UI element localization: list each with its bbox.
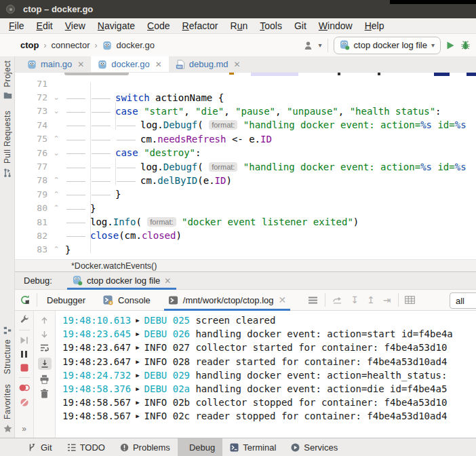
toolwindow-button-services[interactable]: Services bbox=[283, 438, 345, 456]
breadcrumb-item[interactable]: docker.go bbox=[117, 40, 155, 50]
code-editor[interactable]: 7172⌄switch actionName {73⌄case "start",… bbox=[15, 73, 476, 259]
code-line[interactable]: 78⌃cm.delByID(e.ID) bbox=[15, 174, 476, 187]
print-icon[interactable] bbox=[39, 375, 49, 384]
code-line[interactable]: 77log.Debugf( format: "handling docker e… bbox=[15, 159, 476, 173]
code-token: id= bbox=[432, 119, 455, 130]
menu-item-git[interactable]: Git bbox=[288, 20, 313, 31]
clear-all-icon[interactable] bbox=[40, 389, 49, 398]
code-token: (e. bbox=[197, 175, 214, 186]
down-icon[interactable] bbox=[40, 330, 49, 339]
settings-icon[interactable] bbox=[20, 315, 29, 324]
mute-breakpoints-icon[interactable] bbox=[20, 398, 29, 407]
log-filter-select[interactable]: all bbox=[450, 292, 476, 309]
debug-session-tab[interactable]: ctop docker log file ✕ bbox=[67, 272, 176, 289]
rerun-button[interactable] bbox=[20, 294, 31, 305]
more-icon[interactable]: » bbox=[22, 424, 26, 434]
code-token: ID bbox=[260, 134, 272, 145]
user-icon[interactable] bbox=[303, 41, 313, 50]
menu-item-navigate[interactable]: Navigate bbox=[92, 20, 141, 31]
sidebar-item-project[interactable]: Project bbox=[0, 60, 15, 99]
stop-icon[interactable] bbox=[20, 364, 28, 372]
code-token: log. bbox=[90, 216, 113, 227]
up-icon[interactable] bbox=[40, 316, 49, 325]
debug-tab--mnt-work-ctop-ctop-log[interactable]: /mnt/work/ctop/ctop.log✕ bbox=[164, 290, 290, 310]
code-line[interactable]: 82close(cm.closed) bbox=[15, 229, 476, 242]
fold-down-icon[interactable]: ⌄ bbox=[47, 107, 65, 115]
soft-wrap-icon[interactable] bbox=[39, 343, 49, 353]
breadcrumb-item[interactable]: ctop bbox=[20, 40, 39, 50]
menu-item-code[interactable]: Code bbox=[141, 20, 176, 31]
view-breakpoints-icon[interactable] bbox=[19, 383, 30, 392]
pause-icon[interactable] bbox=[20, 350, 28, 358]
toolwindow-button-git[interactable]: Git bbox=[20, 438, 60, 456]
line-number: 80 bbox=[15, 203, 47, 213]
menu-item-edit[interactable]: Edit bbox=[31, 20, 59, 31]
debug-tab-debugger[interactable]: Debugger bbox=[43, 290, 90, 310]
toolwindow-button-debug[interactable]: Debug bbox=[178, 438, 222, 456]
menu-item-tools[interactable]: Tools bbox=[254, 20, 288, 31]
code-line[interactable]: 81log.Info( format: "docker event listen… bbox=[15, 215, 476, 229]
fold-up-icon[interactable]: ⌃ bbox=[47, 204, 65, 212]
fold-up-icon[interactable]: ⌃ bbox=[47, 245, 65, 254]
close-icon[interactable]: ✕ bbox=[234, 60, 241, 69]
resume-icon[interactable] bbox=[20, 336, 28, 345]
move-down-icon[interactable]: ↧ bbox=[351, 295, 359, 305]
editor-tab-docker-go[interactable]: docker.go✕ bbox=[91, 56, 168, 72]
breadcrumb-item[interactable]: connector bbox=[51, 40, 90, 50]
code-line[interactable]: 75⌃cm.needsRefresh <- e.ID bbox=[15, 132, 476, 146]
menu-item-run[interactable]: Run bbox=[224, 20, 254, 31]
code-line[interactable]: 83⌃} bbox=[15, 243, 476, 256]
toolwindow-button-label: Git bbox=[41, 442, 52, 453]
sidebar-item-favorites[interactable]: Favorites bbox=[0, 384, 15, 433]
toolbar-right: ▾ ctop docker log file ▾ bbox=[303, 37, 471, 54]
layout-grid-icon[interactable] bbox=[405, 296, 415, 304]
debug-tab-console[interactable]: Console bbox=[99, 290, 155, 310]
fold-up-icon[interactable]: ⌃ bbox=[47, 190, 65, 199]
fold-up-icon[interactable]: ⌃ bbox=[47, 134, 65, 143]
layout-settings-icon[interactable] bbox=[308, 297, 318, 304]
code-line[interactable]: 74log.Debugf( format: "handling docker e… bbox=[15, 118, 476, 132]
toolwindow-button-todo[interactable]: TODO bbox=[60, 438, 113, 456]
window-control-icon[interactable] bbox=[6, 5, 15, 14]
code-line[interactable]: 76⌄case "destroy": bbox=[15, 146, 476, 159]
code-line[interactable]: 72⌄switch actionName { bbox=[15, 90, 476, 104]
fold-down-icon[interactable]: ⌄ bbox=[47, 93, 65, 102]
sidebar-item-structure[interactable]: Structure bbox=[0, 326, 15, 374]
code-line[interactable]: 79⌃} bbox=[15, 187, 476, 201]
fold-up-icon[interactable]: ⌃ bbox=[47, 176, 65, 185]
move-up-icon[interactable]: ↥ bbox=[367, 295, 375, 305]
toolwindow-button-problems[interactable]: Problems bbox=[113, 438, 178, 456]
scroll-to-caret-icon[interactable]: ⇥ bbox=[383, 295, 391, 305]
close-icon[interactable]: ✕ bbox=[164, 276, 171, 286]
close-icon[interactable]: ✕ bbox=[278, 295, 286, 305]
tab-whitespace-mark bbox=[115, 163, 140, 172]
sidebar-item-pull-requests[interactable]: Pull Requests bbox=[0, 111, 15, 177]
toolwindow-button-terminal[interactable]: Terminal bbox=[222, 438, 283, 456]
scroll-to-end-icon[interactable] bbox=[38, 358, 52, 370]
close-icon[interactable]: ✕ bbox=[155, 60, 162, 69]
previous-occurrence-icon[interactable] bbox=[332, 296, 342, 304]
debug-button[interactable] bbox=[460, 40, 471, 50]
editor-context-bar[interactable]: *Docker.watchEvents() bbox=[15, 259, 476, 271]
log-output[interactable]: 19:48:10.613▶DEBU 025 screen cleared19:4… bbox=[56, 311, 476, 438]
toolwindow-button-label: Terminal bbox=[243, 442, 276, 453]
fold-down-icon[interactable]: ⌄ bbox=[47, 149, 65, 157]
editor-tab-debug-md[interactable]: MDdebug.md✕ bbox=[169, 56, 247, 72]
menu-item-refactor[interactable]: Refactor bbox=[176, 20, 224, 31]
menu-item-window[interactable]: Window bbox=[313, 20, 359, 31]
close-icon[interactable]: ✕ bbox=[77, 60, 84, 69]
menu-item-file[interactable]: File bbox=[3, 20, 31, 31]
run-configuration-select[interactable]: ctop docker log file ▾ bbox=[334, 37, 441, 54]
run-button[interactable] bbox=[446, 41, 455, 50]
menu-item-help[interactable]: Help bbox=[359, 20, 391, 31]
code-line[interactable]: 80⌃} bbox=[15, 202, 476, 215]
todo-list-icon bbox=[67, 444, 76, 451]
chevron-down-icon[interactable]: ▾ bbox=[319, 41, 322, 49]
editor-tab-main-go[interactable]: main.go✕ bbox=[20, 56, 91, 72]
code-line[interactable]: 73⌄case "start", "die", "pause", "unpaus… bbox=[15, 104, 476, 118]
menu-item-view[interactable]: View bbox=[59, 20, 92, 31]
scrollbar-thumb[interactable] bbox=[64, 73, 129, 75]
console-side-toolbar bbox=[34, 311, 56, 438]
code-line[interactable]: 71 bbox=[15, 77, 476, 90]
code-text: cm.delByID(e.ID) bbox=[65, 175, 476, 186]
